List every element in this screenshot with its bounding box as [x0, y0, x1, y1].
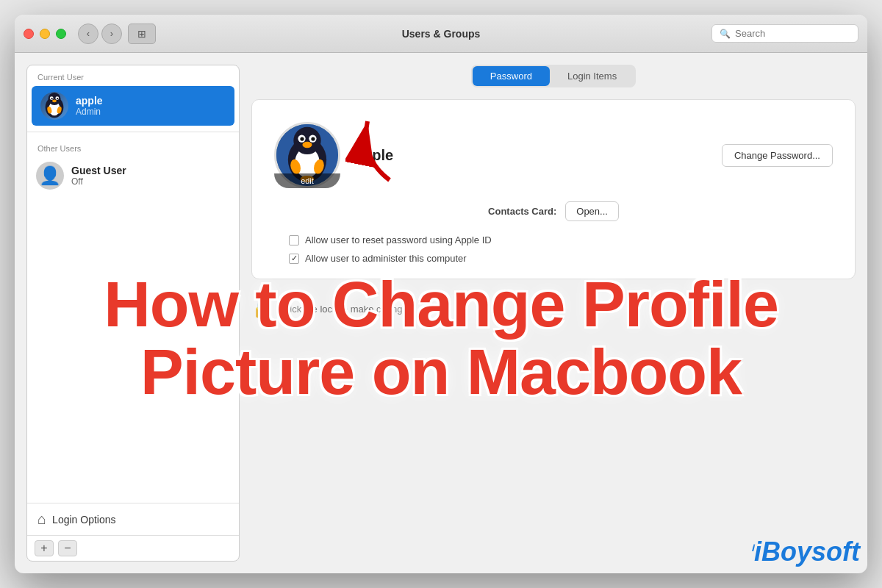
titlebar: ‹ › ⊞ Users & Groups 🔍: [15, 15, 867, 53]
contacts-row: Contacts Card: Open...: [274, 201, 833, 221]
svg-point-13: [293, 127, 320, 154]
nav-buttons: ‹ ›: [78, 24, 122, 44]
sidebar-divider: [27, 132, 239, 132]
guest-user-info: Guest User Off: [71, 165, 126, 187]
search-bar[interactable]: 🔍: [711, 24, 858, 43]
svg-point-5: [51, 98, 53, 99]
checkbox-row-1: Allow user to reset password using Apple…: [289, 234, 833, 245]
profile-username: apple: [355, 147, 393, 164]
guest-role: Off: [71, 176, 126, 187]
add-icon: +: [40, 542, 47, 554]
grid-button[interactable]: ⊞: [128, 24, 156, 44]
checkbox-reset-label: Allow user to reset password using Apple…: [305, 234, 492, 245]
sidebar-spacer: [27, 196, 239, 503]
checkbox-reset-password[interactable]: [289, 235, 299, 245]
contacts-card-label: Contacts Card:: [488, 206, 556, 217]
apple-role: Admin: [76, 107, 103, 117]
remove-user-button[interactable]: −: [58, 540, 77, 556]
main-content: Current User: [15, 53, 867, 573]
apple-avatar: [40, 92, 68, 120]
profile-section: edit apple Change Password... Contacts C…: [251, 99, 856, 279]
profile-top: edit apple Change Password...: [274, 122, 833, 188]
checkbox-admin[interactable]: [289, 254, 299, 264]
window-title: Users & Groups: [402, 28, 481, 40]
svg-point-7: [52, 99, 57, 102]
search-input[interactable]: [735, 28, 850, 39]
back-icon: ‹: [87, 28, 90, 39]
apple-user-info: apple Admin: [76, 95, 103, 117]
lock-text: Click the lock to make changes.: [281, 304, 415, 315]
tab-password-label: Password: [490, 71, 532, 82]
svg-point-2: [48, 93, 60, 105]
minimize-button[interactable]: [40, 29, 50, 39]
iboysoft-logo: ᵢiBoysoft: [751, 537, 860, 567]
guest-icon: 👤: [39, 165, 61, 186]
profile-avatar-container[interactable]: edit: [274, 122, 340, 188]
window: ‹ › ⊞ Users & Groups 🔍 Current User: [15, 15, 867, 573]
penguin-avatar-svg: [40, 92, 68, 120]
apple-username: apple: [76, 95, 103, 107]
guest-username: Guest User: [71, 165, 126, 176]
open-button[interactable]: Open...: [565, 201, 619, 221]
tab-password[interactable]: Password: [473, 66, 550, 86]
lock-icon[interactable]: 🔒: [251, 298, 273, 319]
right-panel: Password Login Items: [251, 65, 856, 562]
open-label: Open...: [576, 206, 608, 217]
svg-point-17: [311, 137, 315, 140]
sidebar: Current User: [26, 65, 240, 562]
close-button[interactable]: [24, 29, 34, 39]
checkbox-row-2: Allow user to administer this computer: [289, 253, 833, 264]
forward-icon: ›: [110, 28, 113, 39]
svg-point-16: [300, 137, 304, 140]
tab-login-items-label: Login Items: [567, 71, 617, 82]
checkbox-admin-label: Allow user to administer this computer: [305, 253, 467, 264]
svg-point-6: [57, 98, 58, 99]
back-button[interactable]: ‹: [78, 24, 98, 44]
sidebar-item-guest[interactable]: 👤 Guest User Off: [27, 156, 239, 196]
change-password-button[interactable]: Change Password...: [722, 144, 833, 167]
forward-button[interactable]: ›: [101, 24, 122, 44]
maximize-button[interactable]: [56, 29, 66, 39]
login-options-row[interactable]: ⌂ Login Options: [27, 503, 239, 535]
grid-icon: ⊞: [137, 28, 146, 40]
other-users-label: Other Users: [27, 137, 239, 156]
home-icon: ⌂: [37, 511, 46, 528]
add-user-button[interactable]: +: [35, 540, 54, 556]
checkboxes: Allow user to reset password using Apple…: [274, 234, 833, 264]
tabs: Password Login Items: [471, 65, 636, 87]
remove-icon: −: [64, 542, 71, 554]
change-password-label: Change Password...: [734, 150, 820, 161]
edit-overlay: edit: [274, 173, 340, 188]
tab-login-items[interactable]: Login Items: [550, 66, 634, 86]
login-options-label: Login Options: [52, 514, 115, 526]
current-user-label: Current User: [27, 65, 239, 85]
svg-point-18: [302, 142, 312, 148]
sidebar-actions: + −: [27, 535, 239, 561]
lock-bar: 🔒 Click the lock to make changes.: [251, 291, 856, 326]
search-icon: 🔍: [720, 29, 731, 39]
guest-avatar: 👤: [36, 162, 64, 190]
sidebar-item-apple[interactable]: apple Admin: [32, 86, 234, 126]
traffic-lights: [24, 29, 66, 39]
